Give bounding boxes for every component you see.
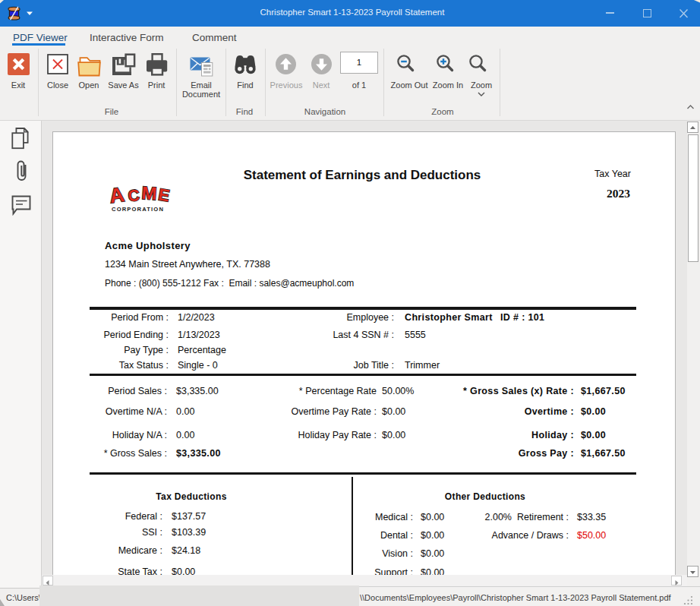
- svg-text:A: A: [108, 183, 125, 207]
- svg-text:C: C: [128, 186, 140, 204]
- svg-text:M: M: [141, 183, 158, 204]
- svg-text:CORPORATION: CORPORATION: [112, 206, 164, 213]
- svg-text:E: E: [157, 185, 172, 205]
